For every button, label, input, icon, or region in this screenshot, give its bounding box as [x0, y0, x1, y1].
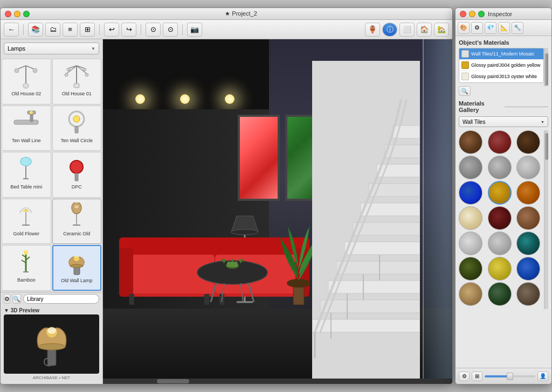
svg-line-65 — [240, 283, 243, 302]
viewport-scrollbar-h[interactable] — [103, 379, 452, 384]
circle-button-1[interactable]: ⊙ — [146, 23, 161, 37]
material-swatch-3 — [461, 73, 469, 80]
svg-point-42 — [74, 256, 79, 261]
gallery-dropdown-label: Wall Tiles — [463, 119, 539, 125]
camera-button[interactable]: 📷 — [187, 23, 202, 37]
gallery-dropdown[interactable]: Wall Tiles — [459, 116, 548, 127]
material-item-2[interactable]: Glossy paint/J004 golden yellow — [459, 60, 543, 71]
view-2d-button[interactable]: ⬜ — [399, 23, 415, 37]
list-item[interactable]: DPC — [52, 152, 102, 198]
inspector-gear-btn[interactable]: ⚙ — [471, 22, 483, 34]
inspector-close-button[interactable] — [460, 11, 466, 17]
inspector-measure-btn[interactable]: 📐 — [498, 22, 510, 34]
search-input[interactable] — [23, 294, 99, 304]
preview-area — [4, 314, 99, 374]
category-dropdown[interactable]: Lamps — [4, 43, 99, 54]
gallery-tile-15[interactable] — [516, 232, 540, 255]
insp-person-icon[interactable]: 👤 — [537, 372, 548, 381]
inspector-tool-btn[interactable]: 🔧 — [512, 22, 523, 34]
circle-button-2[interactable]: ⊙ — [163, 23, 178, 37]
svg-line-64 — [222, 283, 224, 302]
svg-line-62 — [211, 283, 216, 302]
info-button[interactable]: ⓘ — [382, 23, 397, 37]
materials-scroll-thumb[interactable] — [545, 53, 548, 86]
insp-slider[interactable] — [485, 375, 535, 377]
gallery-title: Materials Gallery — [459, 100, 502, 113]
list-item[interactable]: Ten Wall Line — [2, 106, 51, 151]
back-button[interactable]: ← — [4, 23, 19, 37]
list-item[interactable]: Old House 01 — [52, 59, 102, 104]
library-button[interactable]: 📚 — [28, 23, 43, 37]
gallery-scrollbar[interactable] — [544, 130, 548, 309]
view-3d-button[interactable]: 🏠 — [417, 23, 432, 37]
materials-list: Wall Tiles/11_Modern Mosaic Glossy paint… — [459, 48, 544, 83]
svg-line-63 — [249, 283, 254, 302]
svg-point-4 — [33, 68, 37, 73]
list-item[interactable]: Old House 02 — [2, 59, 51, 104]
search-icon[interactable]: 🔍 — [12, 294, 21, 304]
minimize-button[interactable] — [14, 11, 20, 17]
gallery-tile-21[interactable] — [516, 282, 540, 306]
object-button[interactable]: 🏺 — [365, 23, 380, 37]
list-item[interactable]: Ceramic Old — [52, 199, 102, 244]
gallery-tile-4[interactable] — [459, 156, 482, 179]
inspector-maximize-button[interactable] — [478, 11, 485, 17]
list-item[interactable]: Old Wall Lamp — [52, 245, 102, 291]
svg-point-5 — [23, 83, 29, 88]
grid-button[interactable]: ⊞ — [80, 23, 95, 37]
item-icon-2 — [60, 61, 93, 91]
close-button[interactable] — [5, 11, 11, 17]
materials-scrollbar[interactable] — [544, 48, 548, 86]
gallery-tile-3[interactable] — [516, 130, 540, 154]
gallery-tile-5[interactable] — [488, 156, 512, 179]
gallery-tile-16[interactable] — [459, 257, 482, 281]
svg-rect-67 — [227, 262, 238, 267]
gallery-tile-6[interactable] — [516, 156, 540, 179]
svg-point-69 — [287, 279, 310, 288]
material-item-3[interactable]: Glossy paint/J013 oyster white — [459, 71, 543, 82]
item-label-3: Ten Wall Line — [12, 138, 41, 144]
files-button[interactable]: 🗂 — [45, 23, 60, 37]
insp-grid-icon[interactable]: ⊞ — [472, 372, 482, 381]
gallery-tile-14[interactable] — [488, 232, 512, 255]
gallery-tile-1[interactable] — [459, 130, 482, 154]
slider-thumb[interactable] — [507, 373, 513, 380]
gallery-tile-20[interactable] — [488, 282, 512, 306]
main-window: ★ Project_2 ← 📚 🗂 ≡ ⊞ ↩ ↪ ⊙ ⊙ 📷 🏺 ⓘ ⬜ 🏠 … — [0, 8, 453, 384]
redo-button[interactable]: ↪ — [121, 23, 136, 37]
gallery-tile-11[interactable] — [488, 206, 512, 230]
list-item[interactable]: Bamboo — [2, 245, 51, 291]
viewport[interactable] — [103, 39, 452, 384]
gallery-tile-17[interactable] — [488, 257, 512, 281]
gallery-divider — [505, 107, 548, 107]
gallery-tile-9[interactable] — [516, 181, 540, 205]
scrollbar-thumb-h[interactable] — [157, 379, 189, 383]
inspector-gem-btn[interactable]: 💎 — [485, 22, 496, 34]
inspector-bottom-bar: ⚙ ⊞ 👤 — [456, 368, 551, 384]
gallery-tile-2[interactable] — [488, 130, 512, 154]
insp-gear-icon[interactable]: ⚙ — [459, 372, 470, 381]
gallery-tile-12[interactable] — [516, 206, 540, 230]
list-item[interactable]: Gold Flower — [2, 199, 51, 244]
gallery-tile-8[interactable] — [488, 181, 512, 205]
inspector-paint-btn[interactable]: 🎨 — [458, 22, 470, 34]
inspector-minimize-button[interactable] — [469, 11, 475, 17]
main-content: Lamps Old H — [1, 39, 452, 384]
maximize-button[interactable] — [23, 11, 30, 17]
undo-button[interactable]: ↩ — [104, 23, 119, 37]
coffee-table-container — [195, 259, 270, 309]
menu-button[interactable]: ≡ — [63, 23, 78, 37]
gallery-tile-18[interactable] — [516, 257, 540, 281]
list-item[interactable]: Ten Wall Circle — [52, 106, 102, 151]
gallery-tile-19[interactable] — [459, 282, 482, 306]
gallery-scroll-thumb[interactable] — [545, 133, 548, 160]
gallery-tile-10[interactable] — [459, 206, 482, 230]
material-item-1[interactable]: Wall Tiles/11_Modern Mosaic — [459, 48, 543, 60]
gallery-tile-7[interactable] — [459, 181, 482, 205]
list-item[interactable]: Bed Table mini — [2, 152, 51, 198]
render-button[interactable]: 🏡 — [434, 23, 449, 37]
eyedropper-button[interactable]: 🔍 — [459, 86, 471, 96]
gallery-tile-13[interactable] — [459, 232, 482, 255]
settings-icon[interactable]: ⚙ — [4, 294, 10, 304]
toolbar-sep-1 — [23, 24, 24, 35]
